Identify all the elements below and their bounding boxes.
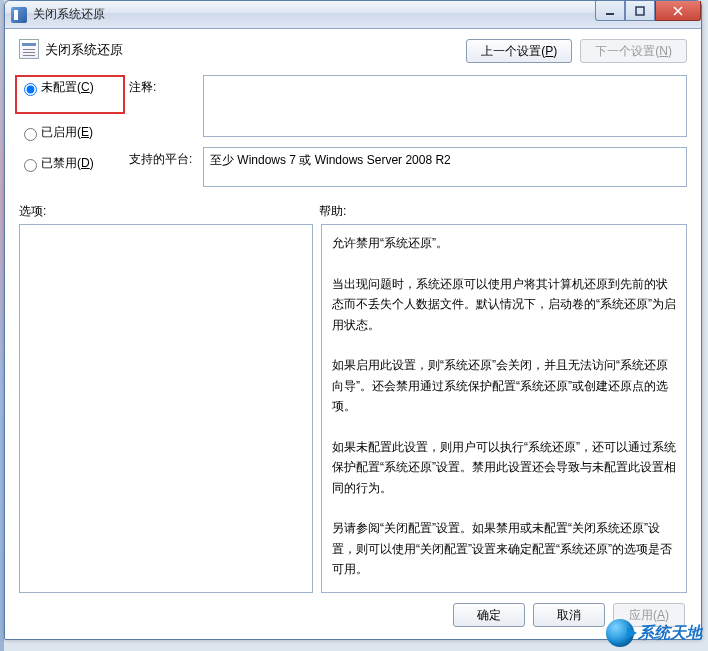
config-area: 未配置(C) 已启用(E) 已禁用(D) 注释: 支持的平台 xyxy=(19,75,687,187)
radio-enabled-label: 已启用(E) xyxy=(41,124,93,141)
policy-icon xyxy=(19,39,39,59)
title-bar[interactable]: 关闭系统还原 xyxy=(5,1,701,29)
close-icon xyxy=(673,6,683,16)
radio-disabled-label: 已禁用(D) xyxy=(41,155,94,172)
prev-setting-button[interactable]: 上一个设置(P) xyxy=(466,39,572,63)
radio-enabled-input[interactable] xyxy=(24,128,37,141)
next-setting-label: 下一个设置(N) xyxy=(595,43,672,60)
globe-icon xyxy=(606,619,634,647)
maximize-icon xyxy=(635,6,645,16)
next-setting-button: 下一个设置(N) xyxy=(580,39,687,63)
radio-not-configured-input[interactable] xyxy=(24,83,37,96)
watermark-text: 系统天地 xyxy=(638,623,702,644)
content-area: 关闭系统还原 上一个设置(P) 下一个设置(N) 未配置(C) xyxy=(5,29,701,639)
radio-not-configured-label: 未配置(C) xyxy=(41,79,94,96)
header-row: 关闭系统还原 上一个设置(P) 下一个设置(N) xyxy=(19,39,687,63)
ok-button[interactable]: 确定 xyxy=(453,603,525,627)
maximize-button[interactable] xyxy=(625,1,655,21)
dialog-window: 关闭系统还原 关闭系统还原 上一个设置(P) 下一个设置(N) xyxy=(4,0,702,640)
minimize-button[interactable] xyxy=(595,1,625,21)
radio-enabled[interactable]: 已启用(E) xyxy=(19,124,119,141)
comment-row: 注释: xyxy=(129,75,687,137)
comment-input[interactable] xyxy=(203,75,687,137)
svg-rect-1 xyxy=(636,7,644,15)
cancel-button[interactable]: 取消 xyxy=(533,603,605,627)
highlight-box: 未配置(C) xyxy=(15,75,125,114)
options-label: 选项: xyxy=(19,203,319,220)
close-button[interactable] xyxy=(655,1,701,21)
panels-row: 允许禁用“系统还原”。 当出现问题时，系统还原可以使用户将其计算机还原到先前的状… xyxy=(19,224,687,593)
options-panel xyxy=(19,224,313,593)
prev-setting-label: 上一个设置(P) xyxy=(481,43,557,60)
window-controls xyxy=(595,1,701,21)
window-title: 关闭系统还原 xyxy=(33,6,105,23)
watermark: 系统天地 xyxy=(606,619,702,647)
help-panel[interactable]: 允许禁用“系统还原”。 当出现问题时，系统还原可以使用户将其计算机还原到先前的状… xyxy=(321,224,687,593)
footer-buttons: 确定 取消 应用(A) xyxy=(19,593,687,629)
app-icon xyxy=(11,7,27,23)
radio-group: 未配置(C) 已启用(E) 已禁用(D) xyxy=(19,75,119,187)
comment-label: 注释: xyxy=(129,75,197,96)
platform-label: 支持的平台: xyxy=(129,147,197,168)
fields-column: 注释: 支持的平台: 至少 Windows 7 或 Windows Server… xyxy=(129,75,687,187)
radio-not-configured[interactable]: 未配置(C) xyxy=(19,79,119,96)
nav-buttons: 上一个设置(P) 下一个设置(N) xyxy=(466,39,687,63)
section-labels: 选项: 帮助: xyxy=(19,203,687,220)
help-text: 允许禁用“系统还原”。 当出现问题时，系统还原可以使用户将其计算机还原到先前的状… xyxy=(332,233,676,580)
platform-row: 支持的平台: 至少 Windows 7 或 Windows Server 200… xyxy=(129,147,687,187)
help-label: 帮助: xyxy=(319,203,346,220)
radio-disabled[interactable]: 已禁用(D) xyxy=(19,155,119,172)
page-title: 关闭系统还原 xyxy=(45,39,123,59)
radio-disabled-input[interactable] xyxy=(24,159,37,172)
minimize-icon xyxy=(605,6,615,16)
svg-rect-0 xyxy=(606,13,614,15)
platform-value: 至少 Windows 7 或 Windows Server 2008 R2 xyxy=(203,147,687,187)
